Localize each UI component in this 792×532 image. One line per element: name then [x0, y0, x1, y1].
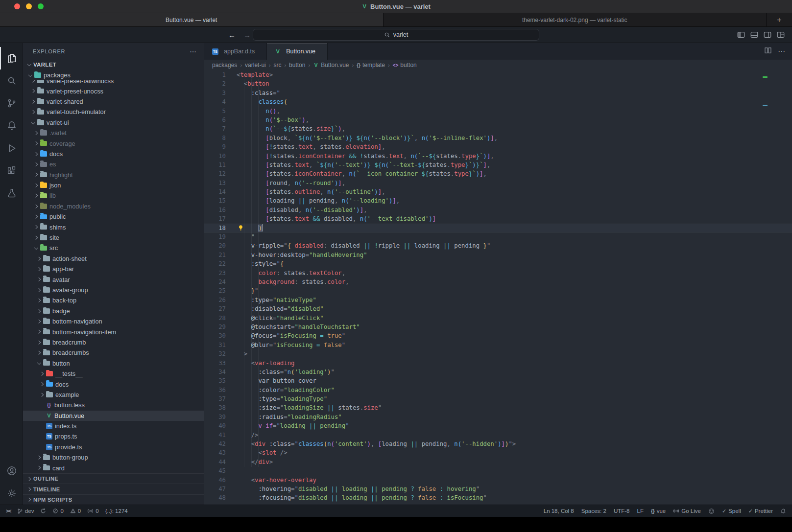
- code-line-30[interactable]: 30 @focus="isFocusing = true": [204, 331, 792, 340]
- status-sync[interactable]: [40, 508, 46, 514]
- editor-tab-Button.vue[interactable]: VButton.vue: [267, 43, 328, 60]
- status-face[interactable]: [708, 508, 715, 514]
- code-line-48[interactable]: 48 :focusing="disabled || loading || pen…: [204, 493, 792, 502]
- breadcrumb-item-packages[interactable]: packages: [212, 62, 237, 69]
- code-line-3[interactable]: 3 :class=": [204, 89, 792, 97]
- toggle-sidebar-right-icon[interactable]: [763, 30, 772, 39]
- tree-item-breadcrumb[interactable]: breadcrumb: [23, 337, 204, 347]
- code-line-39[interactable]: 39 :radius="loadingRadius": [204, 413, 792, 421]
- code-line-36[interactable]: 36 :color="loadingColor": [204, 386, 792, 394]
- code-line-18[interactable]: 18 ): [204, 224, 792, 232]
- explorer-more-icon[interactable]: ⋯: [190, 47, 197, 55]
- tree-item-varlet-preset-tailwindcss[interactable]: varlet-preset-tailwindcss: [23, 80, 204, 86]
- breadcrumb-item-button[interactable]: <>button: [393, 62, 417, 69]
- status-go-live[interactable]: Go Live: [673, 508, 701, 514]
- code-line-5[interactable]: 5 n(),: [204, 107, 792, 116]
- code-line-27[interactable]: 27 :disabled="disabled": [204, 304, 792, 313]
- code-line-7[interactable]: 7 n(`--${states.size}`),: [204, 124, 792, 133]
- command-center-search[interactable]: varlet: [253, 29, 539, 41]
- code-line-35[interactable]: 35 var-button-cover: [204, 376, 792, 385]
- breadcrumb-item-button[interactable]: button: [289, 62, 305, 69]
- tree-item-avatar-group[interactable]: avatar-group: [23, 285, 204, 295]
- code-line-22[interactable]: 22 :style="{: [204, 259, 792, 268]
- tree-item-bottom-navigation-item[interactable]: bottom-navigation-item: [23, 326, 204, 337]
- code-line-47[interactable]: 47 :hovering="disabled || loading || pen…: [204, 485, 792, 493]
- code-line-9[interactable]: 9 [!states.text, states.elevation],: [204, 142, 792, 151]
- status-spell[interactable]: ✓Spell: [722, 508, 741, 514]
- tree-item-app-bar[interactable]: app-bar: [23, 264, 204, 274]
- tree-item-index.ts[interactable]: TSindex.ts: [23, 421, 204, 431]
- tree-item-button[interactable]: button: [23, 358, 204, 369]
- status-0[interactable]: 0: [52, 508, 63, 514]
- minimize-window-button[interactable]: [26, 3, 32, 9]
- tree-item-Button.vue[interactable]: VButton.vue: [23, 411, 204, 421]
- explorer-section-varlet[interactable]: VARLET: [23, 59, 204, 70]
- code-line-38[interactable]: 38 :size="loadingSize || states.size": [204, 403, 792, 412]
- status-dev[interactable]: dev: [17, 508, 34, 514]
- tree-item-button.less[interactable]: {}button.less: [23, 400, 204, 410]
- status-ln-18-col-8[interactable]: Ln 18, Col 8: [544, 508, 574, 514]
- tree-item-packages[interactable]: packages: [23, 70, 204, 80]
- split-editor-icon[interactable]: [764, 46, 772, 56]
- code-line-13[interactable]: 13 [round, n('--round')],: [204, 179, 792, 187]
- tree-item-coverage[interactable]: coverage: [23, 138, 204, 148]
- status-utf-8[interactable]: UTF-8: [614, 508, 630, 514]
- code-line-12[interactable]: 12 [states.iconContainer, n(`--icon-cont…: [204, 169, 792, 178]
- testing-icon[interactable]: [0, 182, 23, 205]
- nav-forward-button[interactable]: →: [243, 31, 251, 39]
- tree-item-bottom-navigation[interactable]: bottom-navigation: [23, 316, 204, 326]
- code-line-41[interactable]: 41 />: [204, 431, 792, 439]
- toggle-sidebar-left-icon[interactable]: [737, 30, 745, 39]
- tree-item-lib[interactable]: lib: [23, 190, 204, 201]
- new-window-tab-button[interactable]: +: [767, 13, 792, 26]
- breadcrumb-item-varlet-ui[interactable]: varlet-ui: [245, 62, 266, 69]
- tree-item-node_modules[interactable]: node_modules: [23, 201, 204, 211]
- status-bell[interactable]: [780, 508, 786, 514]
- code-line-26[interactable]: 26 :type="nativeType": [204, 296, 792, 304]
- tree-item-varlet-ui[interactable]: varlet-ui: [23, 117, 204, 128]
- tree-item-site[interactable]: site: [23, 232, 204, 243]
- code-line-8[interactable]: 8 [block, `${n('$--flex')} ${n('--block'…: [204, 134, 792, 142]
- status-0[interactable]: 0: [70, 508, 81, 514]
- code-line-2[interactable]: 2 <button: [204, 79, 792, 88]
- macos-titlebar[interactable]: V Button.vue — varlet: [0, 0, 792, 13]
- nav-back-button[interactable]: ←: [228, 31, 236, 39]
- code-line-6[interactable]: 6 n('$--box'),: [204, 116, 792, 124]
- tree-item-json[interactable]: json: [23, 180, 204, 190]
- run-debug-icon[interactable]: [0, 137, 23, 160]
- code-line-20[interactable]: 20 v-ripple="{ disabled: disabled || !ri…: [204, 241, 792, 250]
- tree-item-avatar[interactable]: avatar: [23, 274, 204, 284]
- code-line-28[interactable]: 28 @click="handleClick": [204, 314, 792, 323]
- search-icon[interactable]: [0, 69, 23, 92]
- code-line-4[interactable]: 4 classes(: [204, 97, 792, 106]
- customize-layout-icon[interactable]: [776, 30, 785, 39]
- status-spaces-2[interactable]: Spaces: 2: [581, 508, 606, 514]
- status-remote[interactable]: ><: [6, 508, 11, 514]
- code-line-19[interactable]: 19 ": [204, 232, 792, 241]
- code-line-44[interactable]: 44 </div>: [204, 458, 792, 466]
- breadcrumb-item-src[interactable]: src: [273, 62, 281, 69]
- code-line-1[interactable]: 1<template>: [204, 70, 792, 79]
- editor-tab-appBar.d.ts[interactable]: TSappBar.d.ts: [204, 43, 267, 60]
- code-line-10[interactable]: 10 [!states.iconContainer && !states.tex…: [204, 152, 792, 161]
- more-actions-icon[interactable]: ⋯: [778, 47, 785, 56]
- toggle-panel-bottom-icon[interactable]: [750, 30, 759, 39]
- zoom-window-button[interactable]: [38, 3, 44, 9]
- tree-item-.varlet[interactable]: .varlet: [23, 128, 204, 138]
- tree-item-badge[interactable]: badge: [23, 306, 204, 316]
- settings-icon[interactable]: [0, 482, 23, 505]
- code-editor[interactable]: 1<template>2 <button3 :class="4 classes(…: [204, 70, 792, 505]
- code-line-43[interactable]: 43 <slot />: [204, 448, 792, 457]
- window-tab[interactable]: theme-varlet-dark-02.png — varlet-static: [384, 13, 767, 26]
- code-line-21[interactable]: 21 v-hover:desktop="handleHovering": [204, 251, 792, 259]
- status-0[interactable]: 0: [87, 508, 98, 514]
- tree-item-docs[interactable]: docs: [23, 379, 204, 389]
- code-line-16[interactable]: 16 [disabled, n('--disabled')],: [204, 206, 792, 214]
- code-line-34[interactable]: 34 :class="n('loading')": [204, 368, 792, 376]
- section-timeline[interactable]: TIMELINE: [23, 484, 204, 494]
- code-line-25[interactable]: 25 }": [204, 286, 792, 295]
- code-line-45[interactable]: 45: [204, 466, 792, 475]
- notifications-icon[interactable]: [0, 115, 23, 137]
- tree-item-button-group[interactable]: button-group: [23, 452, 204, 463]
- code-line-11[interactable]: 11 [states.text, `${n('--text')} ${n(`--…: [204, 161, 792, 169]
